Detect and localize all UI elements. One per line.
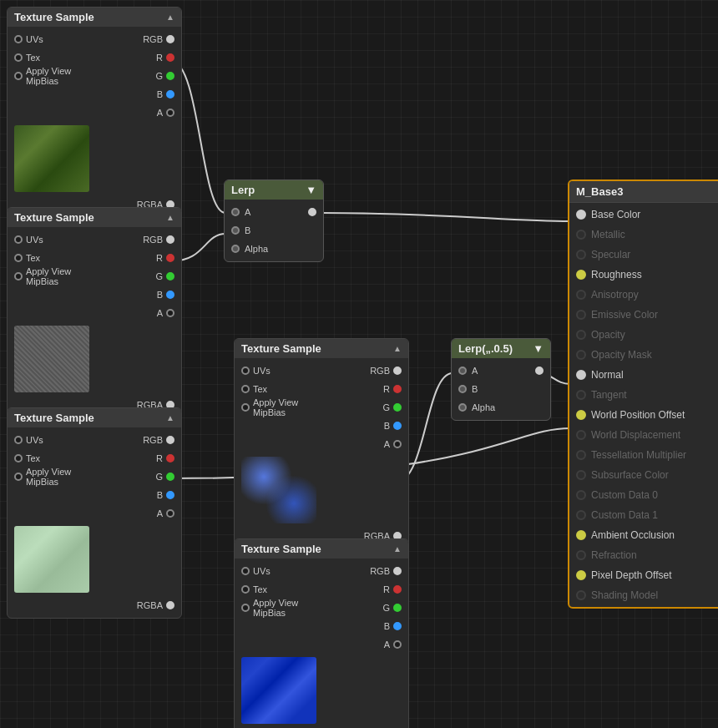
input-port-mip-5[interactable] <box>241 604 250 612</box>
mbase-port-roughness[interactable] <box>576 270 586 280</box>
output-port-r-5[interactable] <box>393 585 402 594</box>
lerp-input-alpha-2[interactable] <box>458 403 467 412</box>
mbase-label-shading: Shading Model <box>591 589 658 601</box>
output-port-g-5[interactable] <box>393 604 402 612</box>
mbase-node: M_Base3 Base Color Metallic Specular Rou… <box>568 179 718 609</box>
texture-sample-node-2: Texture Sample ▲ UVs RGB Tex R Apply Vie… <box>7 207 182 418</box>
mbase-port-wpo[interactable] <box>576 410 586 420</box>
mbase-port-opacity-mask[interactable] <box>576 350 586 360</box>
input-port-mip-1[interactable] <box>14 72 23 80</box>
expand-icon-3[interactable]: ▲ <box>166 413 174 422</box>
output-port-r-1[interactable] <box>166 53 174 62</box>
output-port-r-3[interactable] <box>166 454 174 463</box>
texture-sample-node-4: Texture Sample ▲ UVs RGB Tex R Apply Vie… <box>234 338 409 549</box>
mbase-port-refraction[interactable] <box>576 550 586 560</box>
input-port-mip-3[interactable] <box>14 473 23 481</box>
mbase-label-specular: Specular <box>591 249 630 260</box>
output-port-g-3[interactable] <box>166 473 174 481</box>
node-header-2: Texture Sample ▲ <box>8 208 181 227</box>
input-port-tex-5[interactable] <box>241 585 250 594</box>
node-row-mipbias-1: Apply View MipBias G <box>8 67 181 85</box>
input-port-uvs-3[interactable] <box>14 436 23 444</box>
expand-icon-2[interactable]: ▲ <box>166 213 174 222</box>
mbase-port-tangent[interactable] <box>576 390 586 400</box>
output-port-b-4[interactable] <box>393 422 402 430</box>
expand-icon-5[interactable]: ▲ <box>393 544 402 554</box>
lerp-body-1: A B Alpha <box>225 200 323 261</box>
output-port-rgb-2[interactable] <box>166 235 174 244</box>
output-port-r-2[interactable] <box>166 254 174 262</box>
input-port-uvs-5[interactable] <box>241 567 250 575</box>
output-port-a-4[interactable] <box>393 440 402 448</box>
mbase-port-pdo[interactable] <box>576 570 586 580</box>
lerp-input-a-2[interactable] <box>458 367 467 375</box>
output-port-rgba-3[interactable] <box>166 601 174 609</box>
input-port-tex-2[interactable] <box>14 254 23 262</box>
input-port-mip-4[interactable] <box>241 403 250 412</box>
expand-icon-4[interactable]: ▲ <box>393 344 402 353</box>
input-port-uvs-1[interactable] <box>14 35 23 43</box>
output-port-b-1[interactable] <box>166 90 174 99</box>
lerp-output-2[interactable] <box>535 367 544 375</box>
output-port-rgb-5[interactable] <box>393 567 402 575</box>
output-port-b-2[interactable] <box>166 291 174 299</box>
mbase-port-normal[interactable] <box>576 370 586 380</box>
lerp-input-b-1[interactable] <box>231 226 240 235</box>
mbase-port-anisotropy[interactable] <box>576 290 586 300</box>
mbase-port-custom0[interactable] <box>576 490 586 500</box>
output-port-a-2[interactable] <box>166 309 174 317</box>
input-port-tex-4[interactable] <box>241 385 250 393</box>
label-b-2: B <box>14 290 163 300</box>
output-port-a-3[interactable] <box>166 509 174 518</box>
node-row-a-2: A <box>8 304 181 322</box>
output-port-g-1[interactable] <box>166 72 174 80</box>
output-port-g-4[interactable] <box>393 403 402 412</box>
node-header-1: Texture Sample ▲ <box>8 8 181 27</box>
mbase-row-metallic: Metallic <box>569 225 718 245</box>
expand-icon-1[interactable]: ▲ <box>166 13 174 22</box>
mbase-port-emissive[interactable] <box>576 310 586 320</box>
mbase-port-wd[interactable] <box>576 430 586 440</box>
mbase-port-shading[interactable] <box>576 590 586 600</box>
mbase-port-base-color[interactable] <box>576 210 586 220</box>
output-port-rgb-4[interactable] <box>393 367 402 375</box>
mbase-port-ao[interactable] <box>576 530 586 540</box>
mbase-port-specular[interactable] <box>576 250 586 260</box>
lerp-output-1[interactable] <box>308 208 316 216</box>
input-port-tex-3[interactable] <box>14 454 23 463</box>
mbase-body: Base Color Metallic Specular Roughness A… <box>569 203 718 607</box>
output-port-r-4[interactable] <box>393 385 402 393</box>
output-port-rgb-3[interactable] <box>166 436 174 444</box>
mbase-port-custom1[interactable] <box>576 510 586 520</box>
mbase-port-opacity[interactable] <box>576 330 586 340</box>
node-row-a-3: A <box>8 504 181 523</box>
node-row-mipbias-3: Apply View MipBias G <box>8 468 181 486</box>
input-port-mip-2[interactable] <box>14 272 23 281</box>
lerp-expand-2[interactable]: ▼ <box>533 342 544 355</box>
mbase-label-roughness: Roughness <box>591 269 642 281</box>
label-a-3: A <box>14 508 163 518</box>
mbase-port-metallic[interactable] <box>576 230 586 240</box>
output-port-a-5[interactable] <box>393 640 402 649</box>
label-mip-3: Apply View MipBias <box>26 467 94 487</box>
label-g-4: G <box>321 402 390 412</box>
label-a-5: A <box>241 640 390 650</box>
lerp-input-b-2[interactable] <box>458 385 467 393</box>
output-port-rgb-1[interactable] <box>166 35 174 43</box>
mbase-port-tess[interactable] <box>576 450 586 460</box>
output-port-b-5[interactable] <box>393 622 402 630</box>
node-title-4: Texture Sample <box>241 342 321 355</box>
mbase-label-pdo: Pixel Depth Offset <box>591 569 672 581</box>
lerp-input-alpha-1[interactable] <box>231 245 240 253</box>
input-port-uvs-2[interactable] <box>14 235 23 244</box>
input-port-uvs-4[interactable] <box>241 367 250 375</box>
output-port-b-3[interactable] <box>166 491 174 499</box>
mbase-port-subsurface[interactable] <box>576 470 586 480</box>
lerp-expand-1[interactable]: ▼ <box>306 184 316 196</box>
output-port-g-2[interactable] <box>166 272 174 281</box>
lerp-input-a-1[interactable] <box>231 208 240 216</box>
node-row-tex-1: Tex R <box>8 48 181 67</box>
output-port-a-1[interactable] <box>166 109 174 117</box>
label-g-5: G <box>321 603 390 613</box>
input-port-tex-1[interactable] <box>14 53 23 62</box>
